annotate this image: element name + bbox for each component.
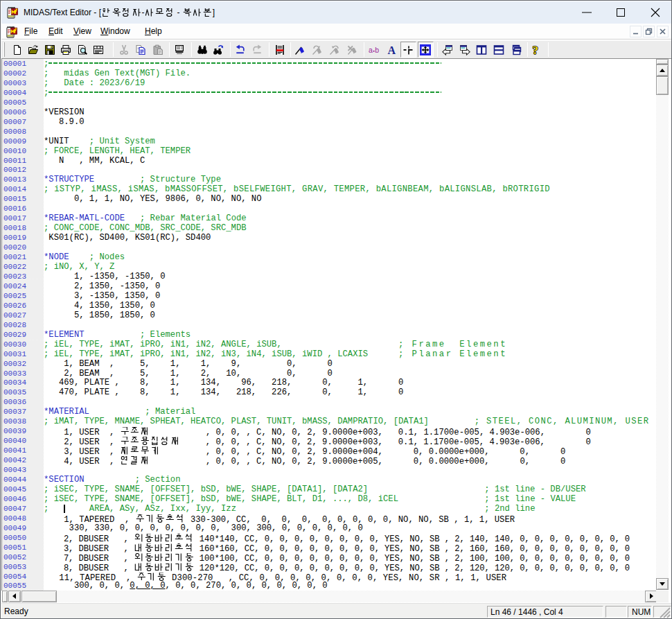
svg-text:?: ? (532, 44, 538, 55)
svg-text:b: b (375, 45, 379, 53)
svg-text:a: a (369, 45, 373, 53)
svg-text:A: A (387, 44, 396, 55)
